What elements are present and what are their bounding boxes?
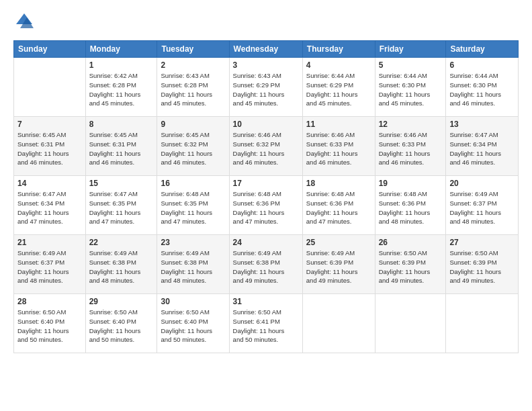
day-number: 22 bbox=[89, 238, 154, 247]
day-number: 16 bbox=[161, 179, 225, 188]
day-info: Sunrise: 6:49 AMSunset: 6:38 PMDaylight:… bbox=[161, 248, 225, 285]
day-info: Sunrise: 6:49 AMSunset: 6:38 PMDaylight:… bbox=[233, 248, 299, 285]
day-number: 13 bbox=[449, 120, 515, 129]
calendar-cell bbox=[14, 58, 86, 117]
calendar-cell: 23Sunrise: 6:49 AMSunset: 6:38 PMDayligh… bbox=[157, 235, 229, 294]
calendar-cell: 20Sunrise: 6:49 AMSunset: 6:37 PMDayligh… bbox=[446, 176, 519, 235]
day-number: 10 bbox=[233, 120, 299, 129]
day-number: 4 bbox=[306, 60, 371, 70]
day-info: Sunrise: 6:45 AMSunset: 6:31 PMDaylight:… bbox=[89, 130, 154, 167]
calendar-cell: 30Sunrise: 6:50 AMSunset: 6:40 PMDayligh… bbox=[157, 294, 229, 353]
day-info: Sunrise: 6:47 AMSunset: 6:34 PMDaylight:… bbox=[17, 189, 82, 226]
calendar-header-wednesday: Wednesday bbox=[229, 41, 302, 58]
calendar-header-sunday: Sunday bbox=[14, 41, 86, 58]
calendar-cell bbox=[446, 294, 519, 353]
calendar-cell: 8Sunrise: 6:45 AMSunset: 6:31 PMDaylight… bbox=[85, 117, 157, 176]
day-info: Sunrise: 6:48 AMSunset: 6:35 PMDaylight:… bbox=[161, 189, 225, 226]
day-info: Sunrise: 6:49 AMSunset: 6:39 PMDaylight:… bbox=[306, 248, 371, 285]
calendar-week-1: 7Sunrise: 6:45 AMSunset: 6:31 PMDaylight… bbox=[14, 117, 519, 176]
day-info: Sunrise: 6:50 AMSunset: 6:41 PMDaylight:… bbox=[233, 308, 299, 345]
day-info: Sunrise: 6:47 AMSunset: 6:34 PMDaylight:… bbox=[449, 130, 515, 167]
day-info: Sunrise: 6:49 AMSunset: 6:37 PMDaylight:… bbox=[449, 189, 515, 226]
calendar-cell: 5Sunrise: 6:44 AMSunset: 6:30 PMDaylight… bbox=[375, 58, 446, 117]
day-number: 9 bbox=[161, 120, 225, 129]
day-info: Sunrise: 6:44 AMSunset: 6:29 PMDaylight:… bbox=[306, 71, 371, 108]
day-number: 19 bbox=[379, 179, 443, 188]
day-number: 12 bbox=[379, 120, 443, 129]
day-number: 18 bbox=[306, 179, 371, 188]
day-info: Sunrise: 6:42 AMSunset: 6:28 PMDaylight:… bbox=[89, 71, 154, 108]
calendar-cell: 10Sunrise: 6:46 AMSunset: 6:32 PMDayligh… bbox=[229, 117, 302, 176]
day-number: 25 bbox=[306, 238, 371, 247]
day-number: 1 bbox=[89, 60, 154, 70]
day-info: Sunrise: 6:44 AMSunset: 6:30 PMDaylight:… bbox=[449, 71, 515, 108]
day-info: Sunrise: 6:48 AMSunset: 6:36 PMDaylight:… bbox=[233, 189, 299, 226]
calendar-cell: 4Sunrise: 6:44 AMSunset: 6:29 PMDaylight… bbox=[302, 58, 375, 117]
calendar-header-tuesday: Tuesday bbox=[157, 41, 229, 58]
page: SundayMondayTuesdayWednesdayThursdayFrid… bbox=[0, 0, 532, 411]
calendar-cell: 17Sunrise: 6:48 AMSunset: 6:36 PMDayligh… bbox=[229, 176, 302, 235]
calendar-cell: 27Sunrise: 6:50 AMSunset: 6:39 PMDayligh… bbox=[446, 235, 519, 294]
day-number: 8 bbox=[89, 120, 154, 129]
calendar-cell: 9Sunrise: 6:45 AMSunset: 6:32 PMDaylight… bbox=[157, 117, 229, 176]
day-info: Sunrise: 6:47 AMSunset: 6:35 PMDaylight:… bbox=[89, 189, 154, 226]
day-number: 23 bbox=[161, 238, 225, 247]
calendar-cell: 12Sunrise: 6:46 AMSunset: 6:33 PMDayligh… bbox=[375, 117, 446, 176]
calendar-cell bbox=[375, 294, 446, 353]
day-info: Sunrise: 6:44 AMSunset: 6:30 PMDaylight:… bbox=[379, 71, 443, 108]
day-number: 27 bbox=[449, 238, 515, 247]
calendar-cell: 24Sunrise: 6:49 AMSunset: 6:38 PMDayligh… bbox=[229, 235, 302, 294]
calendar-week-0: 1Sunrise: 6:42 AMSunset: 6:28 PMDaylight… bbox=[14, 58, 519, 117]
day-number: 11 bbox=[306, 120, 371, 129]
logo bbox=[13, 11, 38, 32]
day-info: Sunrise: 6:50 AMSunset: 6:39 PMDaylight:… bbox=[379, 248, 443, 285]
day-number: 21 bbox=[17, 238, 82, 247]
day-number: 7 bbox=[17, 120, 82, 129]
day-number: 28 bbox=[17, 297, 82, 306]
calendar-cell: 3Sunrise: 6:43 AMSunset: 6:29 PMDaylight… bbox=[229, 58, 302, 117]
calendar-week-2: 14Sunrise: 6:47 AMSunset: 6:34 PMDayligh… bbox=[14, 176, 519, 235]
calendar-cell: 22Sunrise: 6:49 AMSunset: 6:38 PMDayligh… bbox=[85, 235, 157, 294]
day-info: Sunrise: 6:50 AMSunset: 6:39 PMDaylight:… bbox=[449, 248, 515, 285]
day-info: Sunrise: 6:50 AMSunset: 6:40 PMDaylight:… bbox=[17, 308, 82, 345]
calendar-cell: 26Sunrise: 6:50 AMSunset: 6:39 PMDayligh… bbox=[375, 235, 446, 294]
day-number: 15 bbox=[89, 179, 154, 188]
day-info: Sunrise: 6:48 AMSunset: 6:36 PMDaylight:… bbox=[379, 189, 443, 226]
day-number: 29 bbox=[89, 297, 154, 306]
calendar-header-monday: Monday bbox=[85, 41, 157, 58]
calendar-cell: 15Sunrise: 6:47 AMSunset: 6:35 PMDayligh… bbox=[85, 176, 157, 235]
day-info: Sunrise: 6:46 AMSunset: 6:33 PMDaylight:… bbox=[306, 130, 371, 167]
day-info: Sunrise: 6:46 AMSunset: 6:32 PMDaylight:… bbox=[233, 130, 299, 167]
calendar-cell: 28Sunrise: 6:50 AMSunset: 6:40 PMDayligh… bbox=[14, 294, 86, 353]
day-info: Sunrise: 6:46 AMSunset: 6:33 PMDaylight:… bbox=[379, 130, 443, 167]
day-number: 26 bbox=[379, 238, 443, 247]
calendar-table: SundayMondayTuesdayWednesdayThursdayFrid… bbox=[13, 40, 519, 353]
day-info: Sunrise: 6:48 AMSunset: 6:36 PMDaylight:… bbox=[306, 189, 371, 226]
day-info: Sunrise: 6:50 AMSunset: 6:40 PMDaylight:… bbox=[89, 308, 154, 345]
calendar-cell: 18Sunrise: 6:48 AMSunset: 6:36 PMDayligh… bbox=[302, 176, 375, 235]
day-number: 17 bbox=[233, 179, 299, 188]
day-info: Sunrise: 6:49 AMSunset: 6:37 PMDaylight:… bbox=[17, 248, 82, 285]
day-info: Sunrise: 6:43 AMSunset: 6:29 PMDaylight:… bbox=[233, 71, 299, 108]
calendar-header-saturday: Saturday bbox=[446, 41, 519, 58]
calendar-week-4: 28Sunrise: 6:50 AMSunset: 6:40 PMDayligh… bbox=[14, 294, 519, 353]
calendar-cell: 7Sunrise: 6:45 AMSunset: 6:31 PMDaylight… bbox=[14, 117, 86, 176]
calendar-cell: 25Sunrise: 6:49 AMSunset: 6:39 PMDayligh… bbox=[302, 235, 375, 294]
day-number: 3 bbox=[233, 60, 299, 70]
day-number: 24 bbox=[233, 238, 299, 247]
calendar-cell: 21Sunrise: 6:49 AMSunset: 6:37 PMDayligh… bbox=[14, 235, 86, 294]
day-info: Sunrise: 6:49 AMSunset: 6:38 PMDaylight:… bbox=[89, 248, 154, 285]
calendar-header-friday: Friday bbox=[375, 41, 446, 58]
calendar-header-thursday: Thursday bbox=[302, 41, 375, 58]
day-number: 20 bbox=[449, 179, 515, 188]
calendar-cell: 13Sunrise: 6:47 AMSunset: 6:34 PMDayligh… bbox=[446, 117, 519, 176]
calendar-cell: 2Sunrise: 6:43 AMSunset: 6:28 PMDaylight… bbox=[157, 58, 229, 117]
day-number: 30 bbox=[161, 297, 225, 306]
day-number: 2 bbox=[161, 60, 225, 70]
calendar-cell: 6Sunrise: 6:44 AMSunset: 6:30 PMDaylight… bbox=[446, 58, 519, 117]
day-number: 14 bbox=[17, 179, 82, 188]
calendar-cell: 29Sunrise: 6:50 AMSunset: 6:40 PMDayligh… bbox=[85, 294, 157, 353]
calendar-cell: 1Sunrise: 6:42 AMSunset: 6:28 PMDaylight… bbox=[85, 58, 157, 117]
day-info: Sunrise: 6:43 AMSunset: 6:28 PMDaylight:… bbox=[161, 71, 225, 108]
calendar-cell: 11Sunrise: 6:46 AMSunset: 6:33 PMDayligh… bbox=[302, 117, 375, 176]
